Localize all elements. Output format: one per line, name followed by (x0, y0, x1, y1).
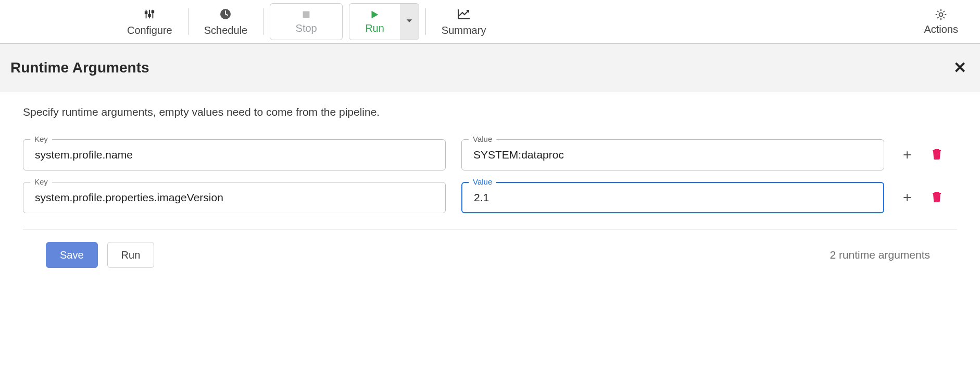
plus-icon: + (903, 147, 911, 163)
key-input[interactable] (23, 182, 446, 213)
run-button[interactable]: Run (349, 4, 400, 40)
configure-button[interactable]: Configure (115, 0, 185, 43)
schedule-label: Schedule (204, 25, 247, 36)
value-field: Value (461, 182, 884, 213)
summary-label: Summary (442, 25, 486, 36)
save-label: Save (60, 249, 84, 261)
toolbar-separator (263, 8, 263, 35)
footer-run-label: Run (121, 249, 141, 261)
panel-content: Specify runtime arguments, empty values … (0, 92, 980, 273)
argument-row: Key Value + (23, 139, 957, 170)
toolbar-spacer (498, 0, 911, 43)
key-field: Key (23, 139, 446, 170)
stop-button[interactable]: Stop (270, 3, 343, 40)
footer-run-button[interactable]: Run (107, 242, 155, 268)
configure-label: Configure (127, 25, 172, 36)
close-icon: ✕ (953, 59, 966, 76)
sliders-icon (144, 7, 155, 21)
run-button-group: Run (349, 3, 419, 40)
key-input[interactable] (23, 139, 446, 170)
save-button[interactable]: Save (46, 242, 98, 268)
chevron-down-icon (405, 17, 413, 27)
value-field: Value (461, 139, 884, 170)
run-label: Run (365, 22, 384, 34)
actions-label: Actions (924, 23, 958, 35)
value-input[interactable] (461, 139, 884, 170)
gear-icon (934, 8, 948, 23)
row-actions: + (903, 148, 941, 162)
toolbar-separator (188, 8, 189, 35)
panel-footer: Save Run 2 runtime arguments (23, 229, 957, 268)
toolbar-separator (425, 8, 426, 35)
chart-line-icon (457, 7, 471, 21)
add-row-button[interactable]: + (903, 190, 911, 205)
run-dropdown-button[interactable] (400, 4, 419, 40)
svg-marker-8 (372, 11, 379, 19)
trash-icon (932, 191, 941, 204)
key-label: Key (30, 177, 52, 186)
summary-button[interactable]: Summary (429, 0, 499, 43)
argument-row: Key Value + (23, 182, 957, 213)
trash-icon (932, 148, 941, 162)
argument-count: 2 runtime arguments (830, 249, 934, 261)
delete-row-button[interactable] (932, 148, 941, 162)
svg-marker-9 (406, 19, 412, 22)
close-button[interactable]: ✕ (953, 60, 966, 76)
panel-header: Runtime Arguments ✕ (0, 44, 980, 92)
value-label: Value (469, 135, 496, 143)
svg-rect-5 (152, 11, 154, 13)
value-input[interactable] (461, 182, 884, 213)
add-row-button[interactable]: + (903, 148, 911, 162)
row-actions: + (903, 190, 941, 205)
key-field: Key (23, 182, 446, 213)
svg-rect-7 (303, 11, 310, 18)
svg-rect-4 (149, 15, 151, 17)
svg-rect-3 (145, 11, 147, 14)
delete-row-button[interactable] (932, 191, 941, 204)
key-label: Key (30, 135, 52, 143)
actions-button[interactable]: Actions (911, 0, 980, 43)
stop-icon (300, 9, 312, 22)
value-label: Value (469, 177, 496, 186)
play-icon (369, 9, 380, 22)
panel-title: Runtime Arguments (10, 59, 970, 76)
svg-point-10 (939, 13, 943, 17)
toolbar: Configure Schedule Stop Run (0, 0, 980, 44)
panel-description: Specify runtime arguments, empty values … (23, 106, 957, 118)
plus-icon: + (903, 189, 911, 205)
clock-icon (219, 7, 232, 21)
stop-label: Stop (296, 22, 317, 34)
schedule-button[interactable]: Schedule (192, 0, 260, 43)
argument-rows: Key Value + Key (23, 139, 957, 229)
